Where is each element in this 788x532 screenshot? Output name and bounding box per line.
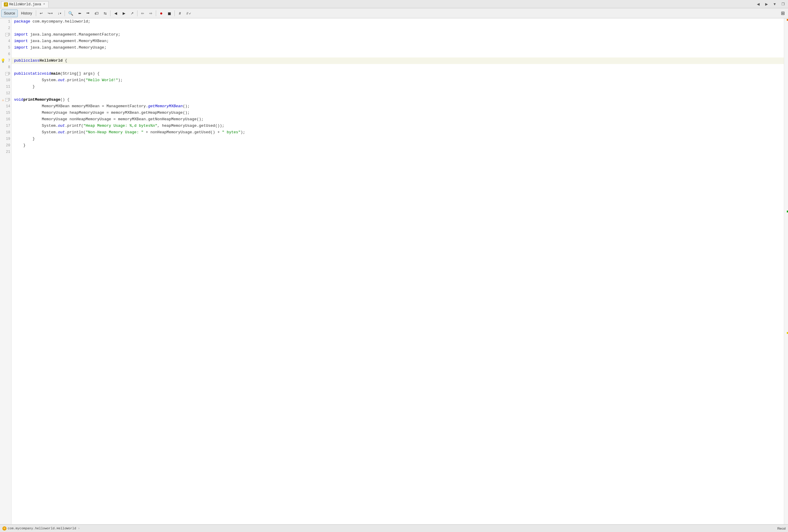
uncomment-button[interactable]: //↙	[184, 9, 193, 17]
chevron-down-icon: ▾	[51, 12, 53, 15]
nav-restore-button[interactable]: ❐	[779, 0, 787, 8]
toggle-view-button[interactable]: ⇆	[101, 9, 109, 17]
file-tab-label: HelloWorld.java	[9, 2, 41, 6]
fold-button[interactable]: −	[5, 33, 8, 36]
next-nav-icon: ▶	[123, 11, 125, 15]
comment-button[interactable]: //	[176, 9, 184, 17]
jump-out-button[interactable]: ↗	[128, 9, 136, 17]
uncomment-icon: //	[186, 12, 188, 15]
right-marker-hint	[787, 332, 788, 334]
code-area[interactable]: package com.mycompany.helloworld; import…	[12, 18, 784, 524]
code-line[interactable]: import java.lang.management.MemoryUsage;	[12, 44, 784, 51]
line-number: 18	[6, 130, 10, 135]
code-line[interactable]	[12, 64, 784, 71]
code-line[interactable]: package com.mycompany.helloworld;	[12, 18, 784, 25]
code-line[interactable]: MemoryMXBean memoryMXBean = ManagementFa…	[12, 103, 784, 110]
gutter-line: 4	[0, 38, 11, 44]
code-line[interactable]: }	[12, 83, 784, 90]
gutter-line: 1	[0, 18, 11, 25]
code-line[interactable]	[12, 149, 784, 155]
prev-nav-button[interactable]: ◀	[112, 9, 119, 17]
line-number: 2	[8, 26, 10, 30]
code-line[interactable]: MemoryUsage heapMemoryUsage = memoryMXBe…	[12, 110, 784, 116]
prev-occurrence-icon: ⬅	[78, 11, 81, 15]
grid-button[interactable]: ⊞	[779, 9, 787, 17]
title-bar-nav: ◀ ▶ ▼ ❐	[754, 0, 787, 8]
fold-button[interactable]: −	[5, 72, 8, 76]
code-line[interactable]: import java.lang.management.MemoryMXBean…	[12, 38, 784, 44]
line-number: 1	[8, 20, 10, 24]
search-icon: 🔍	[68, 11, 73, 16]
right-gutter	[784, 18, 788, 524]
line-number: 15	[6, 111, 10, 115]
grid-icon: ⊞	[781, 11, 785, 16]
gutter-line: 10	[0, 77, 11, 83]
status-bar: ⚙ com.mycompany.helloworld.HelloWorld › …	[0, 524, 788, 532]
line-number-gutter: 12−3456💡78−9101112⚠−131415161718192021	[0, 18, 12, 524]
code-line[interactable]: System.out.printf("Heap Memory Usage: %,…	[12, 123, 784, 129]
gutter-line: −9	[0, 71, 11, 77]
code-line[interactable]: }	[12, 142, 784, 149]
recoil-button[interactable]: Recol	[777, 527, 786, 530]
code-line[interactable]: }	[12, 136, 784, 142]
status-class-icon: ⚙	[2, 526, 6, 531]
nav-forward-button[interactable]: ▶	[763, 0, 770, 8]
file-tab-icon: J	[4, 2, 8, 6]
next-occurrence-button[interactable]: ⮕	[84, 9, 92, 17]
line-number: 20	[6, 143, 10, 147]
file-tab[interactable]: J HelloWorld.java ×	[1, 1, 48, 8]
stop-icon: ◼	[168, 11, 171, 16]
record-icon: ●	[160, 11, 163, 16]
next-occurrence-icon: ⮕	[86, 11, 90, 15]
search-button[interactable]: 🔍	[66, 9, 75, 17]
right-marker-ok	[787, 211, 788, 212]
toolbar-sep-2	[64, 11, 65, 16]
line-number: 10	[6, 78, 10, 82]
close-tab-button[interactable]: ×	[42, 3, 46, 6]
toolbar: Source History ↩ ↪▾ ↓▾ 🔍 ⬅ ⮕ 🏷 ⇆ ◀ ▶ ↗ ⇦…	[0, 8, 788, 18]
line-number: 12	[6, 91, 10, 95]
diff-next-icon: ⇨	[149, 11, 152, 15]
code-line[interactable]: public class HelloWorld {	[12, 57, 784, 64]
code-line[interactable]: MemoryUsage nonHeapMemoryUsage = memoryM…	[12, 116, 784, 123]
diff-prev-icon: ⇦	[141, 11, 144, 15]
prev-occurrence-button[interactable]: ⬅	[76, 9, 83, 17]
fold-button[interactable]: −	[5, 98, 8, 102]
gutter-line: ⚠−13	[0, 97, 11, 103]
code-line[interactable]	[12, 90, 784, 97]
line-number: 5	[8, 46, 10, 50]
diff-next-button[interactable]: ⇨	[147, 9, 155, 17]
diff-prev-button[interactable]: ⇦	[139, 9, 146, 17]
line-number: 11	[6, 85, 10, 89]
warning-icon[interactable]: ⚠	[1, 97, 5, 102]
gutter-line: 12	[0, 90, 11, 97]
gutter-line: 2	[0, 25, 11, 32]
toggle-bookmark-button[interactable]: 🏷	[93, 9, 101, 17]
down-chevron-icon: ▾	[60, 12, 61, 15]
gutter-line: 20	[0, 142, 11, 149]
source-tab-button[interactable]: Source	[1, 9, 18, 17]
code-line[interactable]: void printMemoryUsage() {	[12, 97, 784, 103]
record-button[interactable]: ●	[157, 9, 165, 17]
code-line[interactable]: public static void main(String[] args) {	[12, 71, 784, 77]
line-number: 7	[8, 59, 10, 63]
line-number: 19	[6, 137, 10, 141]
next-nav-button[interactable]: ▶	[120, 9, 128, 17]
hint-bulb-icon[interactable]: 💡	[1, 58, 5, 63]
nav-back-button[interactable]: ◀	[754, 0, 762, 8]
down-dropdown-button[interactable]: ↓▾	[55, 9, 63, 17]
line-number: 16	[6, 117, 10, 121]
code-line[interactable]	[12, 25, 784, 32]
prev-nav-icon: ◀	[114, 11, 117, 15]
stop-button[interactable]: ◼	[165, 9, 173, 17]
code-line[interactable]: System.out.println("Non-Heap Memory Usag…	[12, 129, 784, 136]
history-tab-button[interactable]: History	[18, 9, 35, 17]
line-number: 4	[8, 39, 10, 43]
back-button[interactable]: ↩	[37, 9, 45, 17]
gutter-line: 14	[0, 103, 11, 110]
code-line[interactable]: import java.lang.management.ManagementFa…	[12, 32, 784, 38]
nav-down-button[interactable]: ▼	[771, 0, 779, 8]
code-line[interactable]	[12, 51, 784, 57]
fwd-dropdown-button[interactable]: ↪▾	[46, 9, 55, 17]
code-line[interactable]: System.out.println("Hello World!");	[12, 77, 784, 83]
